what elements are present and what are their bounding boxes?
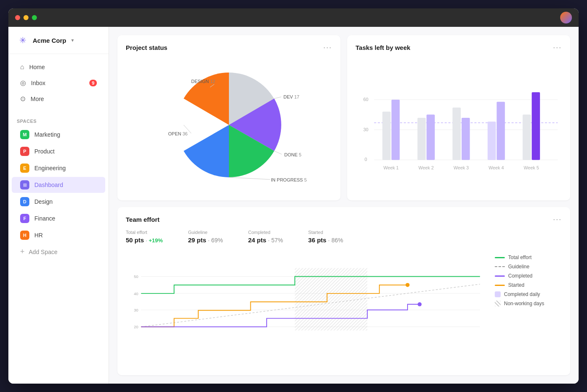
effort-stats: Total effort 50 pts · +19% Guideline 29 … — [126, 230, 562, 244]
svg-line-2 — [229, 177, 270, 179]
svg-text:30: 30 — [364, 127, 369, 132]
completed-label: Completed — [248, 230, 283, 235]
svg-line-1 — [274, 151, 282, 154]
sidebar-item-hr[interactable]: H HR — [12, 227, 105, 243]
svg-text:20: 20 — [134, 325, 138, 329]
svg-text:Week 4: Week 4 — [488, 165, 504, 170]
add-space-button[interactable]: + Add Space — [12, 244, 105, 260]
legend-started: Started — [495, 282, 562, 288]
fullscreen-button[interactable] — [32, 15, 37, 20]
design-label: Design — [34, 198, 53, 205]
more-label: More — [31, 96, 44, 102]
dashboard-avatar: ⊞ — [20, 180, 29, 190]
svg-line-0 — [274, 97, 281, 99]
sidebar-item-product[interactable]: P Product — [12, 143, 105, 159]
bar-w3-curr — [462, 118, 470, 160]
bar-w5-curr — [532, 92, 540, 160]
svg-rect-25 — [295, 268, 367, 330]
open-label: OPEN 36 — [168, 131, 187, 136]
legend-completed-daily-box — [495, 291, 501, 297]
main-layout: ✳ Acme Corp ▾ ⌂ Home ◎ Inbox 9 ⊙ More — [8, 27, 579, 384]
minimize-button[interactable] — [23, 15, 29, 20]
legend-total-effort: Total effort — [495, 254, 562, 260]
more-icon: ⊙ — [20, 95, 26, 103]
legend-completed-daily: Completed daily — [495, 291, 562, 297]
bar-chart: 0 30 60 — [356, 58, 562, 179]
project-status-header: Project status ··· — [126, 44, 332, 51]
legend-non-working: Non-working days — [495, 301, 562, 306]
bar-w3-prev — [452, 107, 461, 160]
completed-value: 24 pts · 57% — [248, 236, 283, 244]
app-window: ✳ Acme Corp ▾ ⌂ Home ◎ Inbox 9 ⊙ More — [8, 8, 579, 384]
hr-label: HR — [34, 232, 43, 239]
svg-text:50: 50 — [134, 274, 138, 279]
engineering-avatar: E — [20, 164, 29, 173]
add-space-label: Add Space — [29, 249, 58, 255]
tasks-by-week-more-button[interactable]: ··· — [553, 44, 562, 51]
svg-text:Week 2: Week 2 — [418, 165, 434, 170]
started-line — [141, 285, 408, 327]
effort-legend: Total effort Guideline Completed St — [495, 250, 562, 343]
stat-total-effort: Total effort 50 pts · +19% — [126, 230, 163, 244]
close-button[interactable] — [15, 15, 20, 20]
dashboard-label: Dashboard — [34, 182, 63, 188]
inprogress-label: IN PROGRESS 5 — [271, 177, 307, 182]
legend-started-line — [495, 285, 505, 286]
sidebar-item-more[interactable]: ⊙ More — [12, 91, 105, 106]
sidebar-item-dashboard[interactable]: ⊞ Dashboard — [12, 177, 105, 193]
sidebar-item-home[interactable]: ⌂ Home — [12, 60, 105, 75]
effort-svg: 20 30 40 50 — [126, 250, 488, 334]
started-endpoint — [405, 283, 410, 287]
user-avatar[interactable] — [560, 12, 572, 23]
team-effort-card: Team effort ··· Total effort 50 pts · +1… — [117, 207, 570, 375]
sidebar-header[interactable]: ✳ Acme Corp ▾ — [8, 27, 109, 54]
total-effort-label: Total effort — [126, 230, 163, 235]
bar-w2-curr — [426, 114, 435, 160]
dev-label: DEV 17 — [283, 94, 299, 99]
legend-total-effort-line — [495, 257, 505, 258]
sidebar-item-design[interactable]: D Design — [12, 194, 105, 210]
project-status-title: Project status — [126, 44, 167, 51]
finance-avatar: F — [20, 214, 29, 223]
bar-w4-prev — [488, 122, 496, 160]
stat-completed: Completed 24 pts · 57% — [248, 230, 283, 244]
svg-text:0: 0 — [365, 157, 367, 162]
team-effort-more-button[interactable]: ··· — [553, 215, 562, 223]
done-label: DONE 5 — [284, 152, 301, 157]
sidebar-item-engineering[interactable]: E Engineering — [12, 160, 105, 176]
team-effort-title: Team effort — [126, 216, 160, 223]
sidebar-item-marketing[interactable]: M Marketing — [12, 127, 105, 143]
home-icon: ⌂ — [20, 63, 24, 71]
inbox-label: Inbox — [31, 80, 45, 86]
sidebar-item-inbox[interactable]: ◎ Inbox 9 — [12, 75, 105, 91]
pie-chart-container: DEV 17 DONE 5 IN PROGRESS 5 OPEN 36 — [126, 58, 332, 192]
svg-text:Week 1: Week 1 — [383, 165, 398, 170]
completed-endpoint — [418, 302, 422, 306]
bar-w1-curr — [392, 100, 400, 160]
guideline-value: 29 pts · 69% — [188, 236, 223, 244]
completed-line — [141, 304, 419, 327]
project-status-more-button[interactable]: ··· — [323, 44, 332, 51]
svg-text:60: 60 — [364, 97, 369, 102]
guideline-label: Guideline — [188, 230, 223, 235]
bar-w4-curr — [497, 102, 505, 160]
team-effort-header: Team effort ··· — [126, 215, 562, 223]
main-content: Project status ··· — [109, 27, 579, 384]
finance-label: Finance — [34, 215, 55, 222]
company-name: Acme Corp — [33, 37, 66, 44]
tasks-by-week-card: Tasks left by week ··· 0 30 60 — [347, 35, 570, 200]
legend-guideline-line — [495, 266, 505, 267]
design-label: DESIGN 12 — [191, 79, 215, 84]
svg-text:40: 40 — [134, 291, 138, 296]
legend-completed-line — [495, 275, 505, 277]
total-effort-value: 50 pts · +19% — [126, 236, 163, 244]
bar-w5-prev — [523, 114, 531, 160]
marketing-label: Marketing — [34, 131, 60, 138]
sidebar: ✳ Acme Corp ▾ ⌂ Home ◎ Inbox 9 ⊙ More — [8, 27, 109, 384]
legend-non-working-box — [495, 301, 501, 306]
sidebar-item-finance[interactable]: F Finance — [12, 210, 105, 226]
inbox-icon: ◎ — [20, 79, 26, 87]
add-icon: + — [20, 247, 25, 256]
sidebar-nav: ⌂ Home ◎ Inbox 9 ⊙ More — [8, 54, 109, 112]
stat-guideline: Guideline 29 pts · 69% — [188, 230, 223, 244]
